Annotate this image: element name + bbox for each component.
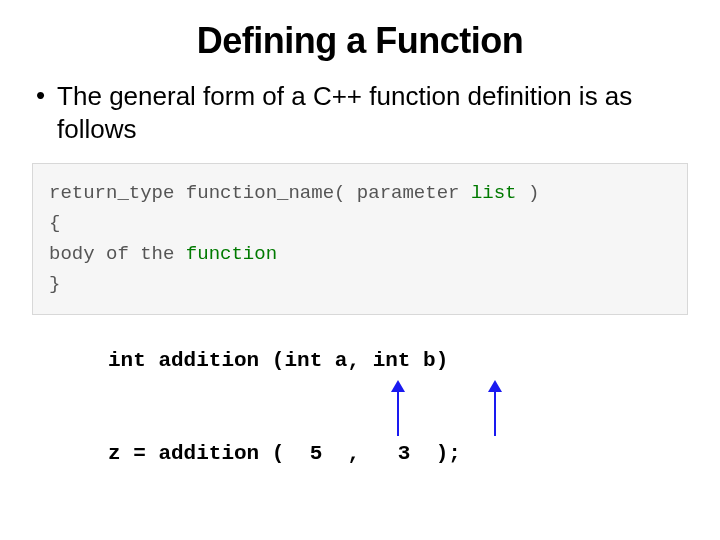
slide-title: Defining a Function — [30, 20, 690, 62]
code-text: ) — [516, 182, 539, 204]
arrow-icon — [488, 380, 502, 436]
code-keyword-list: list — [471, 182, 517, 204]
code-line-1: return_type function_name( parameter lis… — [49, 178, 671, 208]
bullet-text: The general form of a C++ function defin… — [57, 80, 690, 145]
example-declaration: int addition (int a, int b) — [108, 349, 690, 372]
code-line-2: { — [49, 208, 671, 238]
bullet-marker: • — [36, 80, 45, 111]
code-line-4: } — [49, 269, 671, 299]
code-syntax-box: return_type function_name( parameter lis… — [32, 163, 688, 315]
slide: Defining a Function • The general form o… — [0, 0, 720, 540]
example-area: int addition (int a, int b) z = addition… — [30, 349, 690, 465]
code-line-3: body of the function — [49, 239, 671, 269]
arrow-row — [108, 380, 690, 440]
bullet-item: • The general form of a C++ function def… — [30, 80, 690, 145]
code-keyword-function: function — [186, 243, 277, 265]
arrow-icon — [391, 380, 405, 436]
code-text: return_type function_name( parameter — [49, 182, 471, 204]
code-text: body of the — [49, 243, 186, 265]
